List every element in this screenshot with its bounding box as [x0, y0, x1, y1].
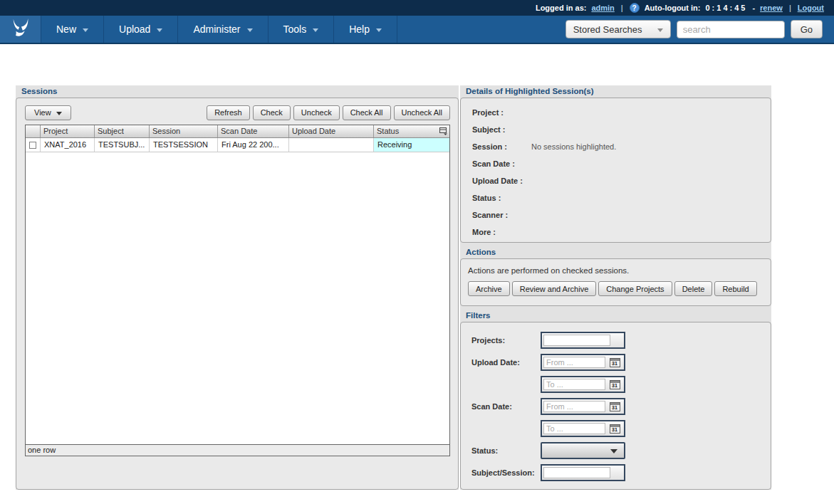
stored-searches-label: Stored Searches [573, 24, 642, 35]
row-subject: TESTSUBJ... [95, 138, 150, 152]
chevron-down-icon [56, 112, 62, 115]
scan-date-filter-label: Scan Date: [471, 402, 541, 411]
icon-cell: 31 [605, 402, 624, 411]
menu-administer[interactable]: Administer [178, 16, 268, 43]
subject-session-control [541, 464, 625, 481]
calendar-icon[interactable]: 31 [610, 380, 620, 389]
table-empty-area [26, 152, 449, 444]
go-button[interactable]: Go [791, 20, 823, 38]
right-panel: Details of Highlighted Session(s) Projec… [460, 85, 771, 490]
scan-date-from-input[interactable] [543, 401, 605, 412]
chevron-down-icon [157, 28, 162, 32]
subject-session-filter-label: Subject/Session: [471, 468, 541, 477]
row-checkbox-cell [26, 138, 41, 152]
menu-help[interactable]: Help [334, 16, 397, 43]
subject-session-filter-input[interactable] [543, 467, 610, 478]
calendar-icon[interactable]: 31 [610, 402, 620, 411]
calendar-top [610, 381, 620, 383]
sessions-table: Project Subject Session Scan Date Upload… [25, 125, 450, 456]
header-subject[interactable]: Subject [95, 125, 150, 137]
upload-date-to-input[interactable] [543, 379, 605, 390]
detail-label: More : [472, 228, 531, 236]
menu-help-label: Help [349, 23, 370, 35]
projects-filter-input[interactable] [543, 335, 610, 346]
logged-in-as-label: Logged in as: [536, 4, 587, 12]
upload-date-from-input[interactable] [543, 357, 605, 368]
detail-value: No sessions highlighted. [531, 142, 616, 151]
archive-button[interactable]: Archive [468, 281, 510, 296]
chevron-down-icon [376, 28, 382, 32]
icon-cell: 31 [605, 380, 624, 389]
main-content: Sessions View Refresh Check Uncheck Chec… [16, 85, 834, 490]
separator: | [788, 4, 793, 12]
calendar-day: 31 [612, 360, 617, 367]
search-input[interactable] [677, 21, 785, 38]
refresh-button[interactable]: Refresh [207, 105, 250, 120]
calendar-icon[interactable]: 31 [610, 358, 620, 367]
detail-label: Scan Date : [472, 159, 531, 168]
row-checkbox[interactable] [29, 142, 36, 149]
header-status[interactable]: Status [374, 125, 449, 137]
chevron-down-icon [657, 28, 663, 32]
header-session[interactable]: Session [150, 125, 218, 137]
change-projects-button[interactable]: Change Projects [598, 281, 672, 296]
autologout-label: Auto-logout in: [645, 4, 701, 12]
logout-link[interactable]: Logout [798, 4, 824, 12]
table-footer: one row [26, 444, 449, 456]
row-project: XNAT_2016 [41, 138, 95, 152]
scan-date-to-input[interactable] [543, 423, 605, 434]
scan-to-control: 31 [541, 420, 625, 437]
filter-row-scan-from: Scan Date: 31 [471, 398, 771, 415]
help-icon[interactable]: ? [630, 3, 640, 13]
actions-box: Actions are performed on checked session… [460, 258, 771, 306]
menu-upload[interactable]: Upload [104, 16, 178, 43]
main-navbar: New Upload Administer Tools Help Stored … [0, 16, 834, 44]
detail-label: Project : [472, 108, 531, 117]
header-project[interactable]: Project [41, 125, 95, 137]
xnat-logo[interactable] [0, 16, 41, 43]
delete-button[interactable]: Delete [674, 281, 713, 296]
header-checkbox-cell [26, 125, 41, 137]
row-upload-date [289, 138, 374, 152]
calendar-icon[interactable]: 31 [610, 424, 620, 434]
renew-link[interactable]: renew [760, 4, 783, 12]
scan-from-control: 31 [541, 398, 625, 415]
filter-row-scan-to: 31 [471, 420, 771, 437]
username-link[interactable]: admin [591, 4, 614, 12]
header-upload-date[interactable]: Upload Date [289, 125, 374, 137]
filters-box: Projects: Upload Date: 31 [460, 322, 771, 490]
icon-cell: 31 [605, 358, 624, 367]
chevron-down-icon [610, 449, 617, 453]
status-filter-dropdown[interactable] [541, 442, 625, 459]
upload-from-control: 31 [541, 354, 625, 371]
status-filter-label: Status: [471, 446, 541, 455]
sessions-box: View Refresh Check Uncheck Check All Unc… [16, 98, 459, 490]
detail-label: Upload Date : [472, 177, 531, 185]
check-all-button[interactable]: Check All [343, 105, 391, 120]
menu-new[interactable]: New [41, 16, 104, 43]
header-scan-date[interactable]: Scan Date [218, 125, 289, 137]
filters-title: Filters [460, 310, 771, 322]
detail-label: Scanner : [472, 211, 531, 219]
projects-filter-control [541, 332, 625, 349]
row-scan-date: Fri Aug 22 200... [218, 138, 289, 152]
details-title: Details of Highlighted Session(s) [460, 85, 771, 98]
sessions-title: Sessions [16, 85, 459, 98]
view-button[interactable]: View [25, 105, 71, 120]
calendar-day: 31 [612, 404, 617, 411]
check-button[interactable]: Check [253, 105, 291, 120]
upload-date-filter-label: Upload Date: [471, 358, 541, 367]
stored-searches-dropdown[interactable]: Stored Searches [565, 20, 671, 38]
row-status-badge: Receiving [374, 138, 449, 152]
icon-cell: 31 [605, 424, 624, 434]
detail-row-project: Project : [472, 104, 763, 121]
uncheck-all-button[interactable]: Uncheck All [394, 105, 450, 120]
detail-row-more: More : [472, 224, 763, 241]
rebuild-button[interactable]: Rebuild [714, 281, 756, 296]
menu-tools[interactable]: Tools [269, 16, 335, 43]
view-button-label: View [34, 108, 51, 117]
review-and-archive-button[interactable]: Review and Archive [512, 281, 597, 296]
calendar-top [610, 425, 620, 427]
table-row[interactable]: XNAT_2016 TESTSUBJ... TESTSESSION Fri Au… [26, 138, 449, 152]
uncheck-button[interactable]: Uncheck [293, 105, 340, 120]
